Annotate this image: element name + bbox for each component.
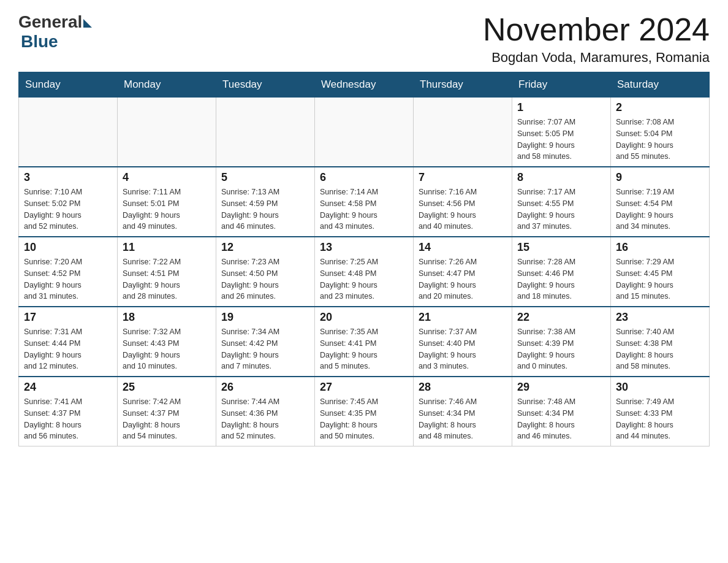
- calendar-cell: 17Sunrise: 7:31 AM Sunset: 4:44 PM Dayli…: [19, 307, 118, 377]
- calendar-cell: 8Sunrise: 7:17 AM Sunset: 4:55 PM Daylig…: [512, 167, 611, 237]
- calendar-cell: 3Sunrise: 7:10 AM Sunset: 5:02 PM Daylig…: [19, 167, 118, 237]
- day-number: 15: [517, 241, 605, 254]
- day-info: Sunrise: 7:25 AM Sunset: 4:48 PM Dayligh…: [320, 256, 408, 302]
- calendar-cell: 10Sunrise: 7:20 AM Sunset: 4:52 PM Dayli…: [19, 237, 118, 307]
- day-number: 16: [616, 241, 704, 254]
- location-title: Bogdan Voda, Maramures, Romania: [483, 50, 710, 66]
- calendar-cell: 28Sunrise: 7:46 AM Sunset: 4:34 PM Dayli…: [414, 377, 512, 446]
- weekday-header-wednesday: Wednesday: [315, 72, 414, 98]
- weekday-header-thursday: Thursday: [414, 72, 512, 98]
- week-row-4: 17Sunrise: 7:31 AM Sunset: 4:44 PM Dayli…: [19, 307, 710, 377]
- calendar-cell: 4Sunrise: 7:11 AM Sunset: 5:01 PM Daylig…: [118, 167, 216, 237]
- day-number: 30: [616, 381, 704, 394]
- day-number: 22: [517, 311, 605, 324]
- day-number: 11: [123, 241, 211, 254]
- day-info: Sunrise: 7:11 AM Sunset: 5:01 PM Dayligh…: [123, 186, 211, 232]
- calendar-cell: 2Sunrise: 7:08 AM Sunset: 5:04 PM Daylig…: [611, 98, 710, 167]
- calendar-cell: 24Sunrise: 7:41 AM Sunset: 4:37 PM Dayli…: [19, 377, 118, 446]
- day-number: 28: [419, 381, 507, 394]
- calendar-cell: 22Sunrise: 7:38 AM Sunset: 4:39 PM Dayli…: [512, 307, 611, 377]
- day-number: 17: [24, 311, 112, 324]
- calendar-cell: 18Sunrise: 7:32 AM Sunset: 4:43 PM Dayli…: [118, 307, 216, 377]
- day-info: Sunrise: 7:26 AM Sunset: 4:47 PM Dayligh…: [419, 256, 507, 302]
- day-number: 24: [24, 381, 112, 394]
- calendar-cell: 7Sunrise: 7:16 AM Sunset: 4:56 PM Daylig…: [414, 167, 512, 237]
- calendar-cell: 15Sunrise: 7:28 AM Sunset: 4:46 PM Dayli…: [512, 237, 611, 307]
- calendar-cell: 9Sunrise: 7:19 AM Sunset: 4:54 PM Daylig…: [611, 167, 710, 237]
- day-info: Sunrise: 7:49 AM Sunset: 4:33 PM Dayligh…: [616, 396, 704, 442]
- day-info: Sunrise: 7:44 AM Sunset: 4:36 PM Dayligh…: [221, 396, 309, 442]
- day-number: 13: [320, 241, 408, 254]
- day-number: 4: [123, 171, 211, 184]
- day-number: 27: [320, 381, 408, 394]
- day-number: 8: [517, 171, 605, 184]
- calendar-cell: 11Sunrise: 7:22 AM Sunset: 4:51 PM Dayli…: [118, 237, 216, 307]
- day-number: 12: [221, 241, 309, 254]
- day-info: Sunrise: 7:10 AM Sunset: 5:02 PM Dayligh…: [24, 186, 112, 232]
- day-number: 3: [24, 171, 112, 184]
- weekday-header-sunday: Sunday: [19, 72, 118, 98]
- day-info: Sunrise: 7:08 AM Sunset: 5:04 PM Dayligh…: [616, 117, 704, 163]
- day-number: 20: [320, 311, 408, 324]
- day-info: Sunrise: 7:34 AM Sunset: 4:42 PM Dayligh…: [221, 326, 309, 372]
- day-info: Sunrise: 7:29 AM Sunset: 4:45 PM Dayligh…: [616, 256, 704, 302]
- calendar-cell: 27Sunrise: 7:45 AM Sunset: 4:35 PM Dayli…: [315, 377, 414, 446]
- day-info: Sunrise: 7:41 AM Sunset: 4:37 PM Dayligh…: [24, 396, 112, 442]
- day-info: Sunrise: 7:46 AM Sunset: 4:34 PM Dayligh…: [419, 396, 507, 442]
- weekday-header-tuesday: Tuesday: [216, 72, 315, 98]
- calendar-table: SundayMondayTuesdayWednesdayThursdayFrid…: [18, 72, 710, 446]
- day-info: Sunrise: 7:45 AM Sunset: 4:35 PM Dayligh…: [320, 396, 408, 442]
- day-info: Sunrise: 7:17 AM Sunset: 4:55 PM Dayligh…: [517, 186, 605, 232]
- calendar-cell: 23Sunrise: 7:40 AM Sunset: 4:38 PM Dayli…: [611, 307, 710, 377]
- calendar-cell: [19, 98, 118, 167]
- calendar-cell: 14Sunrise: 7:26 AM Sunset: 4:47 PM Dayli…: [414, 237, 512, 307]
- calendar-cell: 21Sunrise: 7:37 AM Sunset: 4:40 PM Dayli…: [414, 307, 512, 377]
- calendar-cell: 29Sunrise: 7:48 AM Sunset: 4:34 PM Dayli…: [512, 377, 611, 446]
- day-info: Sunrise: 7:31 AM Sunset: 4:44 PM Dayligh…: [24, 326, 112, 372]
- day-info: Sunrise: 7:37 AM Sunset: 4:40 PM Dayligh…: [419, 326, 507, 372]
- week-row-2: 3Sunrise: 7:10 AM Sunset: 5:02 PM Daylig…: [19, 167, 710, 237]
- day-info: Sunrise: 7:35 AM Sunset: 4:41 PM Dayligh…: [320, 326, 408, 372]
- day-info: Sunrise: 7:22 AM Sunset: 4:51 PM Dayligh…: [123, 256, 211, 302]
- day-number: 19: [221, 311, 309, 324]
- calendar-cell: 5Sunrise: 7:13 AM Sunset: 4:59 PM Daylig…: [216, 167, 315, 237]
- day-info: Sunrise: 7:23 AM Sunset: 4:50 PM Dayligh…: [221, 256, 309, 302]
- day-number: 18: [123, 311, 211, 324]
- day-number: 9: [616, 171, 704, 184]
- day-number: 14: [419, 241, 507, 254]
- logo-blue-text: Blue: [21, 32, 58, 52]
- day-number: 25: [123, 381, 211, 394]
- calendar-cell: 30Sunrise: 7:49 AM Sunset: 4:33 PM Dayli…: [611, 377, 710, 446]
- calendar-cell: 20Sunrise: 7:35 AM Sunset: 4:41 PM Dayli…: [315, 307, 414, 377]
- weekday-header-row: SundayMondayTuesdayWednesdayThursdayFrid…: [19, 72, 710, 98]
- day-info: Sunrise: 7:28 AM Sunset: 4:46 PM Dayligh…: [517, 256, 605, 302]
- day-info: Sunrise: 7:13 AM Sunset: 4:59 PM Dayligh…: [221, 186, 309, 232]
- calendar-cell: [118, 98, 216, 167]
- day-number: 29: [517, 381, 605, 394]
- calendar-cell: [315, 98, 414, 167]
- day-info: Sunrise: 7:48 AM Sunset: 4:34 PM Dayligh…: [517, 396, 605, 442]
- calendar-cell: 25Sunrise: 7:42 AM Sunset: 4:37 PM Dayli…: [118, 377, 216, 446]
- day-number: 26: [221, 381, 309, 394]
- logo: General Blue: [18, 12, 92, 52]
- week-row-3: 10Sunrise: 7:20 AM Sunset: 4:52 PM Dayli…: [19, 237, 710, 307]
- week-row-1: 1Sunrise: 7:07 AM Sunset: 5:05 PM Daylig…: [19, 98, 710, 167]
- day-info: Sunrise: 7:32 AM Sunset: 4:43 PM Dayligh…: [123, 326, 211, 372]
- day-info: Sunrise: 7:19 AM Sunset: 4:54 PM Dayligh…: [616, 186, 704, 232]
- day-info: Sunrise: 7:07 AM Sunset: 5:05 PM Dayligh…: [517, 117, 605, 163]
- logo-general-text: General: [18, 12, 82, 32]
- calendar-cell: 19Sunrise: 7:34 AM Sunset: 4:42 PM Dayli…: [216, 307, 315, 377]
- calendar-cell: 6Sunrise: 7:14 AM Sunset: 4:58 PM Daylig…: [315, 167, 414, 237]
- page-header: General Blue November 2024 Bogdan Voda, …: [18, 12, 710, 66]
- logo-triangle-icon: [83, 19, 92, 28]
- day-number: 1: [517, 101, 605, 114]
- calendar-cell: [216, 98, 315, 167]
- day-number: 6: [320, 171, 408, 184]
- day-number: 7: [419, 171, 507, 184]
- calendar-cell: 12Sunrise: 7:23 AM Sunset: 4:50 PM Dayli…: [216, 237, 315, 307]
- day-number: 2: [616, 101, 704, 114]
- day-info: Sunrise: 7:40 AM Sunset: 4:38 PM Dayligh…: [616, 326, 704, 372]
- calendar-cell: 16Sunrise: 7:29 AM Sunset: 4:45 PM Dayli…: [611, 237, 710, 307]
- day-info: Sunrise: 7:14 AM Sunset: 4:58 PM Dayligh…: [320, 186, 408, 232]
- weekday-header-friday: Friday: [512, 72, 611, 98]
